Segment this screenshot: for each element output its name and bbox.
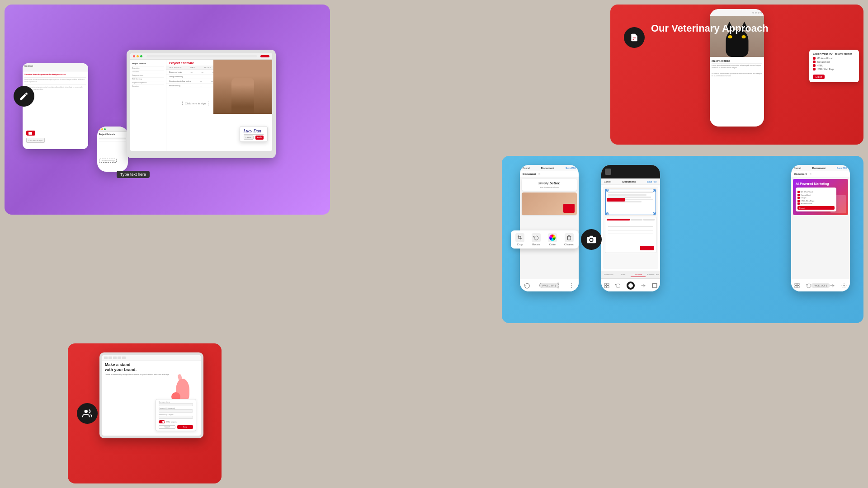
export-item-webpage: HTML Web Page xyxy=(813,68,855,70)
svg-point-11 xyxy=(571,283,572,284)
svg-point-12 xyxy=(571,285,572,286)
apply-sign-btn[interactable]: Apply xyxy=(255,136,264,140)
form-cancel-btn[interactable]: Cancel xyxy=(159,425,175,429)
export-button[interactable]: Export xyxy=(813,75,825,79)
photo-area xyxy=(213,60,272,114)
tablet-body: Standard form of agreement for design se… xyxy=(23,71,88,93)
signature-popup: Lucy Dun Cancel Apply xyxy=(240,126,268,142)
rotate-tool[interactable]: Rotate xyxy=(532,233,541,246)
tablet-header: Contract xyxy=(23,63,88,71)
svg-rect-17 xyxy=(607,286,609,288)
cleanup-icon xyxy=(566,235,572,240)
tab-business-card[interactable]: Business Card xyxy=(646,272,660,277)
close-dot xyxy=(133,55,135,57)
click-sign-laptop[interactable]: Click here to sign xyxy=(182,101,208,106)
sign-button[interactable] xyxy=(26,131,35,136)
home-icon xyxy=(605,169,611,175)
svg-rect-14 xyxy=(604,283,607,286)
export-item-word: MS Word/Excel xyxy=(813,57,855,60)
document-icon xyxy=(624,27,645,48)
phone-estimate: Project Estimate Click here to sign xyxy=(97,127,128,172)
doc-page-2 xyxy=(605,217,656,253)
toggle-other-services[interactable] xyxy=(159,420,165,423)
form-apply-btn[interactable]: Apply xyxy=(177,425,193,429)
color-tool[interactable]: Color xyxy=(548,233,557,246)
fullscreen-dot xyxy=(140,55,142,57)
ph3-nav-5-icon xyxy=(841,283,847,288)
svg-rect-16 xyxy=(604,286,607,288)
svg-rect-21 xyxy=(795,286,797,288)
tablet-contract: Contract Standard form of agreement for … xyxy=(23,63,88,149)
laptop-brand: Make a stand with your brand. Create pro… xyxy=(99,352,203,438)
tab-form[interactable]: Form xyxy=(616,272,631,277)
ai-export-btn[interactable]: Export xyxy=(797,206,835,210)
svg-rect-15 xyxy=(607,283,609,286)
ph3-nav-1-icon xyxy=(794,283,800,288)
panel-veterinary: Our Veterinary Approach xyxy=(610,5,863,145)
type-text-tooltip: Type text here xyxy=(117,171,150,178)
svg-rect-19 xyxy=(795,283,797,286)
laptop-main: Project Estimate DESCRIPTION RATE HOURS … xyxy=(166,60,272,151)
veterinary-title: Our Veterinary Approach xyxy=(651,23,769,34)
bottom-nav-2-icon xyxy=(615,283,621,288)
tab-document[interactable]: Document xyxy=(631,272,646,277)
panel-signature: Contract Standard form of agreement for … xyxy=(5,5,330,215)
svg-point-24 xyxy=(844,285,845,286)
laptop-estimate: Project Estimate Description Document De… xyxy=(127,50,276,158)
export-item-spreadsheet: Spreadsheet xyxy=(813,61,855,63)
export-item-html: HTML xyxy=(813,64,855,67)
camera-icon xyxy=(581,229,602,250)
laptop-sidebar: Project Estimate Description Document De… xyxy=(130,60,166,151)
crop-tool[interactable]: Crop xyxy=(515,233,524,246)
ai-export-card: MS Word/Excel Spreadsheet Design HT xyxy=(796,188,836,211)
click-to-sign-btn[interactable]: Click here to sign xyxy=(26,138,45,143)
bottom-nav-1-icon xyxy=(604,283,609,288)
svg-rect-22 xyxy=(797,286,800,288)
cleanup-tool[interactable]: Cleanup xyxy=(564,233,574,246)
export-popup: Export your PDF to any format MS Word/Ex… xyxy=(809,50,859,82)
nav-undo-icon xyxy=(524,282,530,289)
rotate-icon xyxy=(533,235,539,240)
record-btn[interactable] xyxy=(627,282,635,290)
users-icon xyxy=(77,403,98,424)
svg-point-13 xyxy=(571,287,572,288)
esign-icon xyxy=(14,86,34,107)
tab-whiteboard[interactable]: Whiteboard xyxy=(601,272,616,277)
bottom-nav-4-icon xyxy=(652,283,657,288)
crop-icon xyxy=(517,235,523,240)
nav-more-icon xyxy=(568,282,575,289)
doc-page-1 xyxy=(605,188,656,216)
bottom-nav-3-icon xyxy=(641,283,646,288)
svg-point-2 xyxy=(85,410,88,413)
minimize-dot xyxy=(137,55,139,57)
panel-scanner: Cancel Document Save PDF Document ✏ simp… xyxy=(502,156,863,323)
form-popup: Company Name Password (6 character) Pass… xyxy=(156,399,196,431)
phone-crop: Cancel Document Save PDF Document ✏ simp… xyxy=(520,165,579,291)
svg-rect-20 xyxy=(797,283,800,286)
cancel-sign-btn[interactable]: Cancel xyxy=(244,136,254,140)
click-sign-phone[interactable]: Click here to sign xyxy=(99,159,117,163)
image-toolbar: Crop Rotate Color Cleanup xyxy=(511,230,579,249)
phone-document: Cancel Document Save PDF xyxy=(601,165,660,291)
phone-ai: Cancel Document Save PDF Document ✏ AI-P… xyxy=(791,165,850,291)
ph3-nav-4-icon xyxy=(830,283,835,288)
panel-brand: Make a stand with your brand. Create pro… xyxy=(68,343,222,483)
